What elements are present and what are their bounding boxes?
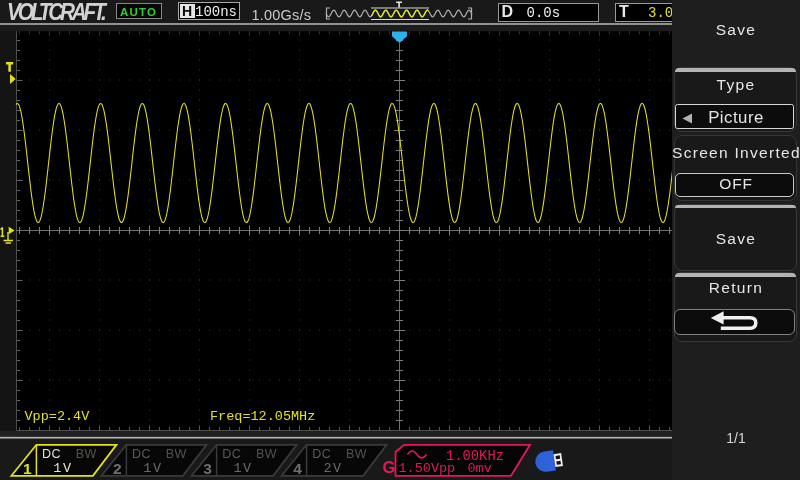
svg-text:3: 3 (203, 460, 212, 477)
svg-text:DC: DC (42, 447, 61, 461)
svg-text:1.50Vpp: 1.50Vpp (399, 461, 456, 476)
svg-text:2V: 2V (323, 461, 342, 476)
svg-text:DC: DC (132, 447, 151, 461)
svg-text:1: 1 (23, 460, 32, 477)
svg-text:BW: BW (256, 447, 277, 461)
svg-text:DC: DC (222, 447, 241, 461)
svg-text:1V: 1V (143, 461, 162, 476)
svg-text:4: 4 (293, 460, 302, 477)
svg-text:1V: 1V (53, 461, 72, 476)
svg-text:BW: BW (166, 447, 187, 461)
svg-text:DC: DC (312, 447, 331, 461)
svg-text:BW: BW (76, 447, 97, 461)
svg-text:G: G (383, 458, 396, 476)
svg-text:0mv: 0mv (468, 461, 492, 476)
svg-text:2: 2 (113, 460, 122, 477)
svg-text:1V: 1V (233, 461, 252, 476)
svg-text:BW: BW (346, 447, 367, 461)
